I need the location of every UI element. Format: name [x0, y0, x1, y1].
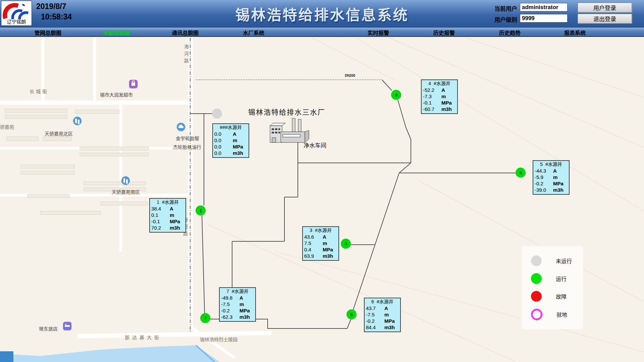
well-box-4[interactable]: 4 #水源井 -52.2A -7.3m -0.1MPa -60.7m3h [421, 79, 458, 114]
nav-pipe-network-overview[interactable]: 管网总貌图 [26, 28, 70, 37]
current-unit: A [239, 295, 243, 301]
legend-item-fault: 故障 [522, 291, 583, 302]
pressure-unit: MPa [233, 143, 243, 150]
level-value: -7.3 [423, 93, 441, 100]
level-unit: m [239, 301, 244, 307]
well-unused-status-circle[interactable] [212, 109, 222, 119]
well-box-title: 6 #水源井 [365, 299, 400, 305]
legend-green-circle-icon [531, 273, 542, 284]
well-number: 5 [519, 170, 522, 175]
nav-water-source-overview[interactable]: 水源总貌图 [95, 28, 138, 37]
legend-item-local: 就地 [522, 309, 583, 320]
well-box-title: 1 #水源井 [150, 199, 185, 205]
well-box-title: 5 #水源井 [533, 161, 569, 168]
header-bar: 辽宁铭朗 2019/8/7 10:58:34 锡林浩特给排水信息系统 当前用户 … [0, 0, 644, 27]
auto-repair-car-icon [177, 123, 185, 131]
logout-button[interactable]: 退出登录 [578, 14, 632, 23]
residence-north-icon [73, 117, 82, 125]
pressure-value: -0.2 [221, 307, 239, 314]
current-user-input[interactable] [520, 3, 568, 11]
flow-unit: m3h [553, 187, 564, 193]
flow-value: -62.3 [221, 314, 239, 320]
level-unit: m [553, 174, 557, 180]
pressure-value: 0.4 [304, 246, 323, 253]
current-unit: A [384, 305, 388, 311]
scada-screen: 辽宁铭朗 2019/8/7 10:58:34 锡林浩特给排水信息系统 当前用户 … [0, 0, 644, 362]
current-value: 0.0 [214, 131, 233, 137]
poi-label-jinyu-tire: 金宇轮胎智 [176, 135, 199, 141]
user-level-input[interactable] [520, 14, 568, 22]
current-date: 2019/8/7 [36, 2, 72, 11]
well-6-status-circle[interactable]: 6 [346, 309, 357, 319]
well-7-status-circle[interactable]: 7 [200, 313, 210, 323]
well-number: 7 [204, 316, 206, 321]
flow-unit: m3h [233, 150, 243, 156]
road-label-nadamu: 那达慕大街 [125, 334, 162, 341]
well-5-status-circle[interactable]: 5 [516, 168, 526, 178]
flow-unit: m3h [170, 225, 180, 231]
well-box-1[interactable]: 1 #水源井 38.4A 0.1m -0.1MPa 70.2m3h [149, 198, 186, 233]
well-1-status-circle[interactable]: 1 [196, 205, 206, 216]
level-value: 0.0 [214, 137, 233, 143]
workshop-label: 净水车间 [304, 141, 326, 149]
well-box-7[interactable]: 7 #水源井 -49.8A -7.5m -0.2MPa -62.3m3h [219, 287, 256, 322]
flow-unit: m3h [441, 106, 452, 112]
poi-label-tianjiao-north: 天骄嘉苑北区 [45, 130, 73, 137]
flow-value: 0.0 [214, 150, 233, 156]
well-4-status-circle[interactable]: 4 [391, 90, 401, 100]
residence-south-icon [121, 176, 130, 185]
legend-gray-circle-icon [531, 255, 542, 266]
level-value: -7.5 [221, 301, 239, 307]
well-number: 3 [344, 241, 347, 246]
hotel-bed-icon [63, 322, 71, 330]
flow-unit: m3h [323, 253, 333, 259]
pressure-value: -0.1 [423, 100, 441, 106]
well-box-3[interactable]: 3 #水源井 43.6A 7.5m 0.4MPa 63.9m3h [302, 226, 339, 261]
flow-value: -60.7 [423, 106, 441, 112]
pressure-value: -0.2 [366, 318, 384, 324]
legend-item-running: 运行 [522, 273, 583, 284]
nav-history-trend[interactable]: 历史趋势 [488, 28, 532, 37]
current-value: -44.3 [535, 168, 553, 174]
well-box-6[interactable]: 6 #水源井 43.7A -7.5m -0.2MPa 84.4m3h [364, 298, 401, 332]
legend-item-not-running: 未运行 [522, 255, 583, 266]
login-button[interactable]: 用户登录 [578, 3, 632, 12]
current-value: 43.6 [304, 234, 323, 240]
current-value: -49.8 [221, 295, 239, 301]
current-unit: A [323, 234, 326, 240]
nav-history-alarm[interactable]: 历史报警 [422, 28, 466, 37]
level-unit: m [323, 240, 327, 246]
pipe-diameter-label: DN200 [345, 74, 355, 77]
current-unit: A [233, 131, 236, 137]
well-number: 1 [199, 208, 202, 213]
flow-value: 84.4 [366, 324, 384, 330]
nav-water-plant-system[interactable]: 水厂系统 [232, 28, 275, 37]
nav-report-system[interactable]: 报表系统 [553, 28, 597, 37]
level-value: -7.5 [366, 311, 384, 318]
well-box-5[interactable]: 5 #水源井 -44.3A -5.9m -0.2MPa -39.0m3h [533, 160, 570, 195]
well-box-title: 7 #水源井 [220, 288, 255, 295]
legend-red-circle-icon [531, 291, 542, 302]
level-unit: m [384, 311, 389, 318]
logo-arcs-icon [1, 1, 32, 20]
well-box-title: 3 #水源井 [303, 227, 338, 234]
nav-communication-overview[interactable]: 通讯总貌图 [163, 28, 207, 37]
well-number: 6 [350, 312, 353, 317]
legend-magenta-ring-icon [531, 309, 542, 320]
well-3-status-circle[interactable]: 3 [341, 239, 351, 249]
legend-label: 未运行 [556, 257, 572, 265]
current-unit: A [441, 87, 445, 93]
nav-realtime-alarm[interactable]: 实时报警 [357, 28, 400, 37]
legend-label: 运行 [556, 275, 567, 283]
pressure-unit: MPa [384, 318, 395, 324]
poi-label-supermarket: 锡市大润发超市 [100, 91, 133, 98]
level-unit: m [233, 137, 237, 143]
well-box-title: ###水源井 [213, 124, 249, 131]
current-time: 10:58:34 [41, 12, 72, 21]
well-box-unused[interactable]: ###水源井 0.0A 0.0m 0.0MPa 0.0m3h [212, 123, 249, 158]
logo-text: 辽宁铭朗 [1, 18, 32, 25]
flow-value: 63.9 [304, 253, 323, 259]
flow-unit: m3h [239, 314, 250, 320]
main-navbar: 管网总貌图 水源总貌图 通讯总貌图 水厂系统 实时报警 历史报警 历史趋势 报表… [0, 27, 644, 37]
well-box-title: 4 #水源井 [422, 80, 457, 87]
